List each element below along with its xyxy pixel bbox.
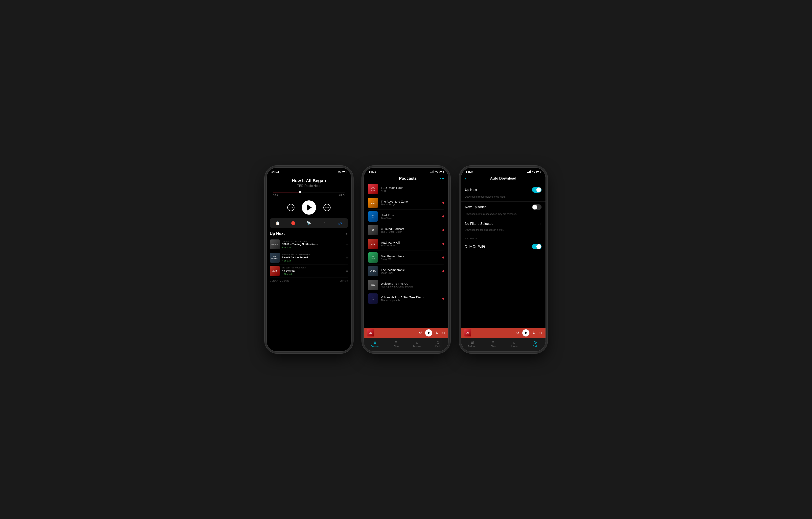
play-button[interactable] [302,200,316,215]
nav-discover-2[interactable]: ⌕ Discover [413,340,421,347]
episode-item-0[interactable]: GTD JEDI Episode 56 • Wednesday EP056 – … [270,238,348,251]
status-bar-3: 14:24 4G [461,168,546,174]
wifi-row: Only On WiFi [461,241,546,252]
podcast-item-1[interactable]: ADVZONE The Adventure Zone The McElroys [364,196,448,210]
status-icons-2: 4G [430,170,443,173]
podcast-art-0: TEDRADIOHOUR [368,184,378,194]
settings-header: ‹ Auto Download [461,174,546,182]
time-3: 14:24 [466,170,473,173]
podcasts-title: Podcasts [376,176,440,181]
up-next-desc: Download episodes added to Up Next. [461,195,546,200]
wifi-toggle[interactable] [532,244,542,249]
nav-discover-3[interactable]: ⌕ Discover [511,340,518,347]
rewind-button[interactable]: ↺10 [286,202,296,213]
phone-auto-download: 14:24 4G ‹ Auto Dow [461,167,546,352]
podcasts-header: Podcasts ••• [364,174,448,182]
podcast-item-7[interactable]: ALEXAGNEW Welcome To The AA Alex Agnew &… [364,278,448,292]
discover-nav-icon-2: ⌕ [416,340,418,345]
podcast-item-4[interactable]: TOTALPARTY Total Party Kill Scott McNult… [364,237,448,251]
progress-section: 20:22 -33:29 [267,190,351,198]
back-button[interactable]: ‹ [465,176,466,181]
podcast-item-0[interactable]: TEDRADIOHOUR TED Radio Hour NPR [364,182,448,196]
filter-row[interactable]: No Filters Selected › [461,219,546,228]
drag-handle-1[interactable]: ≡ [346,256,348,260]
time-2: 14:23 [369,170,376,173]
drag-handle-2[interactable]: ≡ [346,269,348,273]
progress-bar[interactable] [273,192,345,192]
phones-container: 14:23 4G How It All Began [266,167,546,352]
more-button[interactable]: ••• [440,176,444,181]
notes-icon[interactable]: 📋 [273,220,282,226]
podcast-art-3: GTDJEDI [368,225,378,235]
mini-player-2[interactable]: TEDRADIO ↺ ↻ 3 ≡ [364,328,448,338]
episode-duration-2: ✓ 15m left [282,273,344,275]
nav-filters-3[interactable]: ≡ Filters [491,340,496,347]
podcast-list: TEDRADIOHOUR TED Radio Hour NPR ADVZONE [364,182,448,328]
no-filters-desc: Download the top episodes in a filter. [461,228,546,234]
episode-name-0: EP056 – Taming Notifications [282,243,344,246]
nav-podcasts-2[interactable]: ⊞ Podcasts [371,340,379,347]
nav-filters-2[interactable]: ≡ Filters [394,340,399,347]
playback-controls: ↺10 ↻45 [267,198,351,217]
podcast-info-3: GTDJedi Podcast The GTDJedi Order [381,227,440,233]
episode-thumb-2: TOTAL PARTY [270,266,280,276]
profile-nav-icon-3: ⊙ [533,340,537,345]
forward-button[interactable]: ↻45 [322,202,332,213]
star-icon[interactable]: ☆ [320,220,328,226]
podcast-item-2[interactable]: iPadPros iPad Pros Tim Chaten [364,210,448,223]
up-next-toggle[interactable] [532,187,542,193]
now-playing-screen: How It All Began TED Radio Hour 20:22 -3… [267,174,351,351]
phone-podcasts: 14:23 4G Podcasts [364,167,449,352]
mini-controls-3: ↺ ↻ 3 ≡ [473,329,542,336]
up-next-chevron[interactable]: ∨ [346,232,348,236]
new-episodes-toggle[interactable] [532,204,542,210]
mini-queue-3[interactable]: 3 ≡ [539,331,542,334]
forward-seconds: ↻45 [325,207,329,209]
status-bar-1: 14:23 4G [267,168,351,174]
mini-rewind-3[interactable]: ↺ [516,331,519,335]
mini-play-button-2[interactable] [425,329,432,336]
airplay-icon[interactable]: 📡 [305,220,313,226]
nav-podcasts-3[interactable]: ⊞ Podcasts [468,340,476,347]
mini-queue-2[interactable]: 3 ≡ [442,331,445,334]
mini-play-icon-2 [428,331,430,334]
battery-1 [342,171,346,173]
nav-profile-2[interactable]: ⊙ Profile [435,340,441,347]
mini-forward-3[interactable]: ↻ [532,331,535,335]
remaining-time: -33:29 [338,194,345,196]
unplayed-dot-4 [442,243,444,245]
podcast-item-6[interactable]: INCOM-PARABLE The Incomparable Jason Sne… [364,265,448,278]
episode-meta-0: Episode 56 • Wednesday [282,240,344,242]
podcast-info-0: TED Radio Hour NPR [381,186,444,192]
podcast-art-8: STARTREK [368,294,378,304]
rewind-icon: ↺10 [287,204,294,211]
spacer-3 [461,257,546,328]
up-next-section: Up Next ∨ GTD JEDI Episode 56 • Wednesda… [267,230,351,351]
mini-forward-2[interactable]: ↻ [435,331,438,335]
nav-profile-3[interactable]: ⊙ Profile [532,340,538,347]
signal-icon-2 [430,170,433,173]
podcast-item-5[interactable]: MACPOWER Mac Power Users Relay FM [364,251,448,264]
podcast-item-3[interactable]: GTDJEDI GTDJedi Podcast The GTDJedi Orde… [364,223,448,237]
signal-icon-1 [333,170,336,173]
filters-nav-icon-2: ≡ [395,340,397,345]
drag-handle-0[interactable]: ≡ [346,243,348,246]
mini-rewind-2[interactable]: ↺ [419,331,422,335]
toolbar-row: 📋 🔴 📡 ☆ 💤 [270,218,348,228]
episode-item-1[interactable]: THE INCOMPAT Episode 487 • 17 November S… [270,251,348,265]
mini-play-button-3[interactable] [522,329,529,336]
mini-player-3[interactable]: TEDRADIO ↺ ↻ 3 ≡ [461,328,546,338]
sleep-icon[interactable]: 💤 [336,220,344,226]
podcast-art-4: TOTALPARTY [368,239,378,249]
episode-name-1: Save It for the Sequel [282,256,344,259]
podcast-art-6: INCOM-PARABLE [368,266,378,276]
new-episodes-desc: Download new episodes when they are rele… [461,213,546,218]
wifi-toggle-knob [536,244,541,249]
podcast-item-8[interactable]: STARTREK Vulcan Hello – A Star Trek Disc… [364,292,448,305]
effects-icon[interactable]: 🔴 [289,220,297,226]
bottom-nav-3: ⊞ Podcasts ≡ Filters ⌕ Discover ⊙ Profil… [461,338,546,351]
episode-item-2[interactable]: TOTAL PARTY S15 E214 • 12 November Hit t… [270,265,348,278]
clear-queue-button[interactable]: CLEAR QUEUE [270,279,289,282]
new-episodes-row: New Episodes [461,201,546,213]
wifi-label: Only On WiFi [465,245,485,249]
